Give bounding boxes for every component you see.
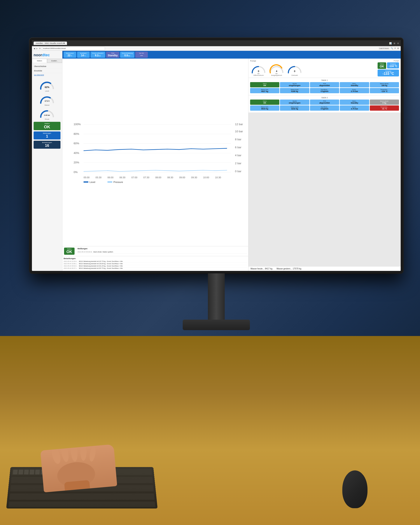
address-bar-icons: Last 6 hours 🔍 ⟳ ⊞ [379, 47, 399, 50]
saule2-row1: Status OK Nozzle eingehangen [250, 100, 399, 105]
back-icon[interactable]: ◀ [34, 47, 35, 50]
svg-text:62%: 62% [45, 86, 49, 88]
svg-text:60%: 60% [74, 142, 79, 145]
address-input[interactable] [42, 47, 105, 50]
druck-luft-label: Druck Luftsystem [92, 53, 103, 54]
svg-text:08:30: 08:30 [167, 176, 173, 179]
gauge-druck: 2.46 bar Druck [34, 108, 60, 120]
betankung-row-0: 2022-05-04 10:20:4... BG10: Betankung be… [64, 260, 247, 263]
hand-svg [40, 444, 117, 492]
metric-druck-luft: Druck Luftsystem 9.2bar [91, 52, 105, 58]
saule2-masse-heute: Masse heute 3232 kg [280, 105, 309, 111]
differenzdruck-label: Differenzdruck [253, 74, 263, 76]
pumpe-ausgangsdruck: 4 bar Ausgangsdruck [268, 63, 285, 76]
tab-station[interactable]: Station [32, 59, 47, 63]
pumpe-differenzdruck: 0 bar Differenzdruck [250, 63, 267, 76]
svg-text:10:00: 10:00 [203, 176, 209, 179]
mass-strip: Masse heute... 8417 kg Masse gestern... … [248, 266, 401, 271]
svg-text:10 bar: 10 bar [235, 130, 243, 133]
ausblaser-label: Ausblaser [79, 53, 88, 54]
meldungen-box[interactable]: Meldungen 1 [34, 131, 60, 140]
left-panels: 100% 80% 60% 40% 20% 0% 12 bar 10 bar [62, 59, 248, 271]
svg-text:06:00: 06:00 [108, 176, 113, 179]
svg-text:bar: bar [276, 73, 278, 74]
sidebar-logo: noordtec [32, 51, 62, 59]
saule1-masse-vortr: Masse Vortr. 9527 kg [250, 88, 279, 93]
saule1-status: Status OK [250, 82, 279, 87]
tkw-value: Standby [108, 54, 118, 57]
svg-text:0: 0 [258, 70, 259, 73]
saule2-pos: POS abgemeldet [310, 100, 339, 105]
screen-content: noordtec - NNG Visuelle Ansicht ✱ 📊 🖥 ⚙ … [32, 40, 401, 271]
monitor-stand [208, 273, 225, 320]
saule2-durchfluss: Durchfluss... 0 kg/min [310, 105, 339, 111]
monitor-frame: noordtec - NNG Visuelle Ansicht ✱ 📊 🖥 ⚙ … [29, 38, 403, 273]
station-ok-label: Station [35, 123, 59, 124]
sync-icon[interactable]: ⟳ [394, 47, 396, 50]
pumpe-left: Pumpe 0 [250, 60, 303, 76]
svg-text:100%: 100% [74, 123, 81, 126]
svg-text:6 bar: 6 bar [235, 146, 242, 149]
settings-icon[interactable]: ⚙ [397, 42, 399, 45]
saule2-section: Säule 2 Status OK Nozzle einge [248, 95, 401, 113]
saule1-section: Säule 1 Status OK Nozzle einge [248, 78, 401, 95]
zoom-out-icon[interactable]: 🔍 [391, 47, 393, 50]
svg-text:06:30: 06:30 [120, 176, 125, 179]
nav-ubersichtsliste[interactable]: Übersichtsliste [32, 64, 62, 69]
svg-text:bar: bar [257, 73, 260, 74]
pumpe-eingang-value: -134 °C [389, 65, 397, 68]
druck-entladung-value: 0.0 [124, 54, 128, 57]
address-bar: ◀ ▶ ⟳ Last 6 hours 🔍 ⟳ ⊞ [32, 46, 401, 51]
monitor-screen: noordtec - NNG Visuelle Ansicht ✱ 📊 🖥 ⚙ … [32, 40, 401, 271]
svg-text:05:00: 05:00 [84, 176, 89, 179]
browser-bar: noordtec - NNG Visuelle Ansicht ✱ 📊 🖥 ⚙ [32, 40, 401, 46]
saule1-temperatur: Temperatur... -116 °C [370, 88, 399, 93]
svg-text:4 bar: 4 bar [235, 154, 242, 157]
active-tab[interactable]: noordtec - NNG Visuelle Ansicht ✱ [34, 42, 67, 45]
svg-text:09:00: 09:00 [179, 176, 185, 179]
monitor-icon[interactable]: 🖥 [393, 42, 395, 45]
svg-text:Level: Level [89, 181, 95, 183]
saule1-pos: POS abgemeldet [310, 82, 339, 87]
svg-text:8 bar: 8 bar [235, 138, 242, 141]
druck-luft-unit: bar [99, 55, 101, 57]
pumpe-status-label: Status [380, 63, 384, 65]
meldungen-row: Station OK Meldungen 2022-05-04 09:38:32 [62, 246, 248, 256]
svg-text:0: 0 [294, 70, 295, 73]
elektroraum-label: Elektroraum [65, 53, 75, 54]
saule2-nozzle: Nozzle eingehangen [280, 100, 309, 105]
mouse[interactable] [342, 470, 367, 508]
saule2-status: Status OK [250, 100, 279, 105]
nav-einzelsite[interactable]: Einzelsite [32, 69, 62, 73]
metric-vor-ort: Vor Ort: — [135, 52, 148, 58]
betankung-row-3: 2022-05-04 09:37:1... BG10: Betankung be… [64, 267, 247, 270]
chart-icon[interactable]: 📊 [389, 42, 392, 45]
svg-text:2 bar: 2 bar [235, 162, 242, 165]
svg-rect-48 [13, 469, 18, 474]
tab-zusatzl[interactable]: Zusätzl... [47, 59, 62, 63]
main-content: Elektroraum 22°C Ausblaser 14°C Druck Lu… [62, 51, 401, 271]
svg-text:17.3 t: 17.3 t [45, 100, 49, 102]
svg-text:05:30: 05:30 [95, 176, 102, 179]
betankungen-sidebar[interactable]: Betankungen 16 [34, 141, 60, 149]
svg-text:2.46 bar: 2.46 bar [44, 114, 50, 116]
station-ok-inline: Station OK [62, 246, 76, 256]
saule1-saule: Säule... Standby [340, 82, 369, 87]
refresh-icon[interactable]: ⟳ [39, 47, 41, 50]
apps-icon[interactable]: ⊞ [397, 47, 399, 50]
svg-text:08:00: 08:00 [155, 176, 161, 179]
nav-ubersicht-link[interactable]: zur Übersicht [32, 73, 62, 77]
sidebar-gauges: 62% Level 17.3 t [32, 78, 62, 122]
drehzahl-label: Drehzahl [291, 74, 298, 76]
saule2-druck: Druck... 4.76 bar [340, 105, 369, 111]
time-range-label[interactable]: Last 6 hours [379, 47, 390, 50]
svg-text:80%: 80% [74, 132, 79, 135]
masse-heute: Masse heute... 8417 kg [251, 268, 272, 270]
betankungen-value: 16 [35, 143, 59, 148]
betankung-row-1: 2022-05-04 10:08:1... BG10: Betankung be… [64, 263, 247, 265]
svg-text:07:00: 07:00 [131, 176, 137, 179]
forward-icon[interactable]: ▶ [36, 47, 38, 50]
pumpe-gauges: 0 bar Differenzdruck [250, 63, 303, 76]
sidebar-nav: Übersichtsliste Einzelsite zur Übersicht [32, 63, 62, 78]
betankungen-label: Betankungen [35, 141, 59, 143]
